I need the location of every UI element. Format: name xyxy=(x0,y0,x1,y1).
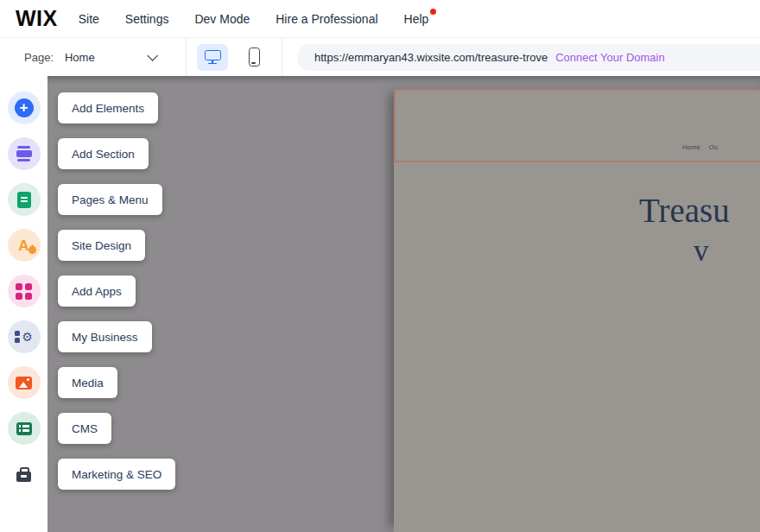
site-design-button[interactable]: Site Design xyxy=(58,230,145,261)
pages-menu-icon[interactable] xyxy=(8,183,41,216)
marketing-seo-icon[interactable] xyxy=(8,458,41,491)
plus-icon: + xyxy=(15,98,34,117)
wix-logo: WIX xyxy=(16,6,58,31)
top-navigation: Site Settings Dev Mode Hire a Profession… xyxy=(79,12,429,26)
site-header-section[interactable]: Home Ou xyxy=(394,89,760,162)
design-letter-icon: A xyxy=(18,238,28,253)
page-selector-dropdown[interactable]: Page: Home xyxy=(0,38,186,76)
menu-help[interactable]: Help xyxy=(404,12,429,26)
add-apps-icon[interactable] xyxy=(8,275,41,307)
editor-tool-buttons: Add Elements Add Section Pages & Menu Si… xyxy=(58,92,175,490)
url-zone: https://emmaryan43.wixsite.com/treasure-… xyxy=(282,38,760,76)
paint-drop-icon xyxy=(27,244,38,256)
cms-icon[interactable] xyxy=(8,412,41,445)
briefcase-icon xyxy=(16,472,31,482)
my-business-button[interactable]: My Business xyxy=(58,321,152,352)
connect-your-domain-link[interactable]: Connect Your Domain xyxy=(555,51,664,64)
add-section-icon[interactable] xyxy=(8,137,41,170)
chevron-down-icon xyxy=(147,50,158,61)
page-selected-value: Home xyxy=(65,51,95,64)
site-heading-text[interactable]: Treasu xyxy=(639,191,730,230)
menu-site[interactable]: Site xyxy=(79,12,99,26)
site-nav-home[interactable]: Home xyxy=(682,143,700,151)
apps-grid-icon xyxy=(16,283,32,300)
table-icon xyxy=(16,422,32,435)
page-label: Page: xyxy=(24,51,54,64)
page-file-icon xyxy=(17,192,31,208)
business-gear-icon: ⚙ xyxy=(15,331,33,343)
image-icon xyxy=(16,377,32,390)
cms-button[interactable]: CMS xyxy=(58,413,111,444)
add-apps-button[interactable]: Add Apps xyxy=(58,276,136,307)
site-url-bar[interactable]: https://emmaryan43.wixsite.com/treasure-… xyxy=(297,44,760,71)
menu-settings[interactable]: Settings xyxy=(125,12,169,26)
site-nav-menu: Home Ou xyxy=(682,143,718,151)
site-nav-item[interactable]: Ou xyxy=(709,143,718,151)
site-design-icon[interactable]: A xyxy=(8,229,41,262)
desktop-icon xyxy=(205,50,221,65)
mobile-view-button[interactable] xyxy=(238,44,269,71)
menu-hire-a-professional[interactable]: Hire a Professional xyxy=(276,12,377,26)
top-menu-bar: WIX Site Settings Dev Mode Hire a Profes… xyxy=(0,0,760,38)
editor-canvas: + A ⚙ xyxy=(0,76,760,532)
media-button[interactable]: Media xyxy=(58,367,117,398)
left-icon-rail: + A ⚙ xyxy=(0,76,48,532)
my-business-icon[interactable]: ⚙ xyxy=(8,320,41,353)
desktop-view-button[interactable] xyxy=(197,44,228,71)
menu-help-label: Help xyxy=(404,12,429,26)
wix-editor-window: WIX Site Settings Dev Mode Hire a Profes… xyxy=(0,0,760,532)
page-toolbar: Page: Home https://emmaryan43.wixsite.co… xyxy=(0,38,760,76)
site-url-text: https://emmaryan43.wixsite.com/treasure-… xyxy=(314,51,548,64)
site-preview[interactable]: Home Ou Treasu v xyxy=(394,89,760,532)
device-switch-group xyxy=(187,38,282,76)
add-section-button[interactable]: Add Section xyxy=(58,138,149,169)
add-elements-icon[interactable]: + xyxy=(8,92,41,124)
help-notification-dot xyxy=(430,9,436,15)
media-icon[interactable] xyxy=(8,366,41,399)
section-icon xyxy=(16,146,32,162)
pages-menu-button[interactable]: Pages & Menu xyxy=(58,184,162,215)
marketing-seo-button[interactable]: Marketing & SEO xyxy=(58,459,175,490)
add-elements-button[interactable]: Add Elements xyxy=(58,92,158,124)
mobile-icon xyxy=(249,48,260,66)
site-heading-line2-text[interactable]: v xyxy=(694,234,709,269)
menu-dev-mode[interactable]: Dev Mode xyxy=(194,12,250,26)
